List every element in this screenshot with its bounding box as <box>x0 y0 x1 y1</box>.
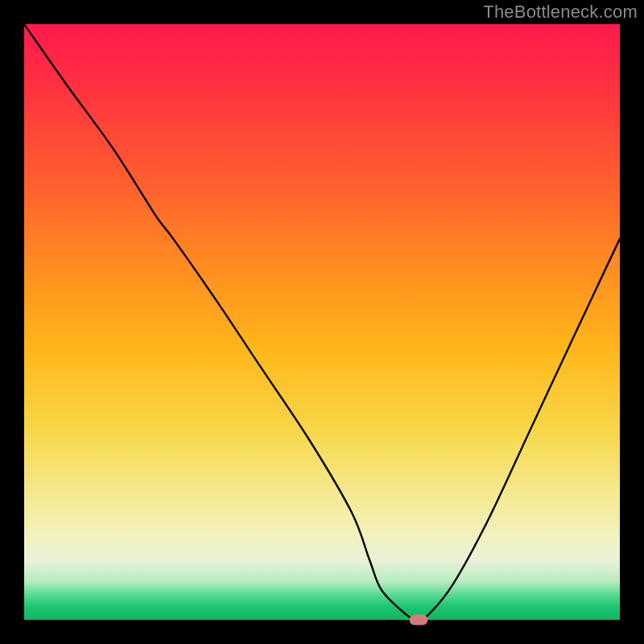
watermark-text: TheBottleneck.com <box>483 2 638 23</box>
bottleneck-curve <box>24 24 620 620</box>
chart-frame: TheBottleneck.com <box>0 0 644 644</box>
optimal-marker <box>409 615 427 625</box>
plot-area <box>24 24 620 620</box>
